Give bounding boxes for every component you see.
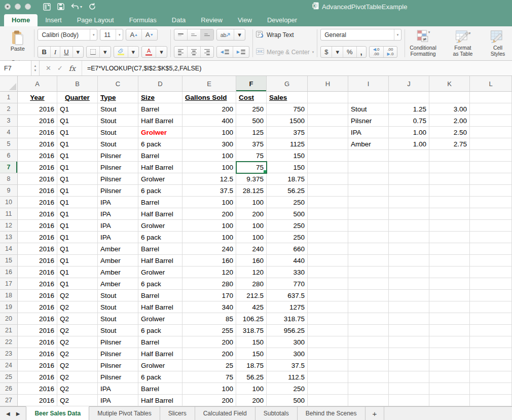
cell-F27[interactable]: 200 <box>236 395 267 406</box>
cell-G23[interactable]: 300 <box>267 348 308 360</box>
cell-C12[interactable]: IPA <box>98 220 138 232</box>
cell-E20[interactable]: 85 <box>182 313 236 325</box>
sheet-tab-subtotals[interactable]: Subtotals <box>255 407 298 420</box>
cell-H18[interactable] <box>308 290 348 301</box>
currency-button[interactable]: $ <box>321 47 332 57</box>
cell-G5[interactable]: 1125 <box>267 138 308 150</box>
cell-B3[interactable]: Q1 <box>57 115 98 127</box>
cell-B16[interactable]: Q1 <box>57 266 98 278</box>
cell-I18[interactable] <box>348 290 389 301</box>
cell-B14[interactable]: Q1 <box>57 243 98 255</box>
cell-A1[interactable]: Year <box>18 92 57 103</box>
comma-style-button[interactable]: , <box>357 47 366 57</box>
align-right-button[interactable] <box>201 47 213 57</box>
decrease-decimal-button[interactable]: .00▶.0 <box>384 47 397 57</box>
cell-F24[interactable]: 18.75 <box>236 360 267 371</box>
cell-G11[interactable]: 500 <box>267 208 308 220</box>
cell-L10[interactable] <box>470 197 512 208</box>
cell-D24[interactable]: Grolwer <box>138 360 182 371</box>
cell-I14[interactable] <box>348 243 389 255</box>
cell-A18[interactable]: 2016 <box>18 290 57 301</box>
cell-E11[interactable]: 200 <box>182 208 236 220</box>
cell-C27[interactable]: IPA <box>98 395 138 406</box>
cell-G25[interactable]: 112.5 <box>267 371 308 383</box>
cell-C15[interactable]: Amber <box>98 255 138 266</box>
cell-K20[interactable] <box>429 313 470 325</box>
cell-L18[interactable] <box>470 290 512 301</box>
ribbon-tab-home[interactable]: Home <box>4 14 38 26</box>
wrap-text-button[interactable]: Wrap Text <box>256 29 314 41</box>
cell-L3[interactable] <box>470 115 512 127</box>
cell-C21[interactable]: Stout <box>98 325 138 336</box>
cell-G2[interactable]: 750 <box>267 103 308 115</box>
cell-C5[interactable]: Stout <box>98 138 138 150</box>
cell-E15[interactable]: 160 <box>182 255 236 266</box>
currency-dropdown-caret[interactable]: ▾ <box>332 47 343 57</box>
cell-I24[interactable] <box>348 360 389 371</box>
cell-L22[interactable] <box>470 336 512 348</box>
row-header-27[interactable]: 27 <box>0 395 18 406</box>
cell-F10[interactable]: 100 <box>236 197 267 208</box>
insert-function-icon[interactable]: fx <box>69 64 76 72</box>
cell-C23[interactable]: Pilsner <box>98 348 138 360</box>
cell-L24[interactable] <box>470 360 512 371</box>
sheet-tab-calculated-field[interactable]: Calculated Field <box>195 407 255 420</box>
cell-F25[interactable]: 56.25 <box>236 371 267 383</box>
cell-E5[interactable]: 300 <box>182 138 236 150</box>
fill-color-icon[interactable] <box>114 47 128 57</box>
cell-B9[interactable]: Q1 <box>57 185 98 197</box>
cell-K13[interactable] <box>429 232 470 243</box>
cell-L15[interactable] <box>470 255 512 266</box>
cell-C14[interactable]: Amber <box>98 243 138 255</box>
cell-E7[interactable]: 100 <box>182 162 236 173</box>
column-header-H[interactable]: H <box>308 76 348 92</box>
cell-E22[interactable]: 200 <box>182 336 236 348</box>
row-header-11[interactable]: 11 <box>0 208 18 220</box>
cell-E24[interactable]: 25 <box>182 360 236 371</box>
cell-H19[interactable] <box>308 301 348 313</box>
increase-indent-button[interactable]: ▶ <box>233 47 249 57</box>
cell-K11[interactable] <box>429 208 470 220</box>
cell-L9[interactable] <box>470 185 512 197</box>
row-header-2[interactable]: 2 <box>0 103 18 115</box>
cell-F2[interactable]: 250 <box>236 103 267 115</box>
cell-E26[interactable]: 100 <box>182 383 236 395</box>
font-size-select[interactable]: 11▾ <box>100 29 123 41</box>
cell-L6[interactable] <box>470 150 512 162</box>
cell-H14[interactable] <box>308 243 348 255</box>
cell-H24[interactable] <box>308 360 348 371</box>
cell-D8[interactable]: Grolwer <box>138 173 182 185</box>
cell-D17[interactable]: 6 pack <box>138 278 182 290</box>
row-header-10[interactable]: 10 <box>0 197 18 208</box>
cell-A8[interactable]: 2016 <box>18 173 57 185</box>
cell-E19[interactable]: 340 <box>182 301 236 313</box>
column-header-F[interactable]: F <box>236 76 267 92</box>
cell-D2[interactable]: Barrel <box>138 103 182 115</box>
cell-I6[interactable] <box>348 150 389 162</box>
cell-J9[interactable] <box>389 185 429 197</box>
cell-B24[interactable]: Q2 <box>57 360 98 371</box>
cell-B17[interactable]: Q1 <box>57 278 98 290</box>
cell-G17[interactable]: 770 <box>267 278 308 290</box>
cell-D23[interactable]: Half Barrel <box>138 348 182 360</box>
cell-L12[interactable] <box>470 220 512 232</box>
cell-L13[interactable] <box>470 232 512 243</box>
cell-G3[interactable]: 1500 <box>267 115 308 127</box>
row-header-7[interactable]: 7 <box>0 162 18 173</box>
cell-E27[interactable]: 200 <box>182 395 236 406</box>
cell-G14[interactable]: 660 <box>267 243 308 255</box>
cell-L16[interactable] <box>470 266 512 278</box>
cell-L27[interactable] <box>470 395 512 406</box>
cell-C26[interactable]: IPA <box>98 383 138 395</box>
cell-I11[interactable] <box>348 208 389 220</box>
cell-E23[interactable]: 200 <box>182 348 236 360</box>
cell-B20[interactable]: Q2 <box>57 313 98 325</box>
row-header-14[interactable]: 14 <box>0 243 18 255</box>
cell-D13[interactable]: 6 pack <box>138 232 182 243</box>
cell-D9[interactable]: 6 pack <box>138 185 182 197</box>
cell-C3[interactable]: Stout <box>98 115 138 127</box>
ribbon-tab-page-layout[interactable]: Page Layout <box>69 14 122 26</box>
cell-J17[interactable] <box>389 278 429 290</box>
cell-F12[interactable]: 100 <box>236 220 267 232</box>
cell-G6[interactable]: 150 <box>267 150 308 162</box>
